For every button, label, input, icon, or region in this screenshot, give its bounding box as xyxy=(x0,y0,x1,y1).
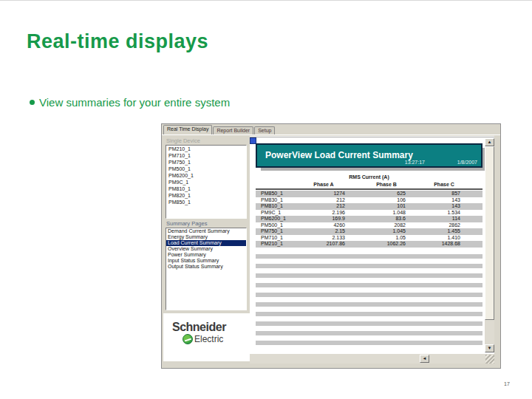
slide: Real-time displays View summaries for yo… xyxy=(0,0,532,399)
report-title: PowerView Load Current Summary xyxy=(265,150,413,160)
table-row: PM810_1 212 101 143 xyxy=(256,203,482,210)
table-row: PM830_1 212 106 143 xyxy=(256,197,482,204)
device-list-item[interactable]: PM500_1 xyxy=(166,166,246,172)
scroll-up-icon[interactable]: ▲ xyxy=(485,138,494,146)
empty-report-rows xyxy=(256,254,482,350)
column-header-phase-b: Phase B xyxy=(364,182,409,187)
column-header-phase-a: Phase A xyxy=(301,182,346,187)
cell-phase-c: 1.455 xyxy=(406,228,460,235)
cell-phase-b: 1.05 xyxy=(345,235,406,242)
cell-phase-b: 2082 xyxy=(345,222,406,229)
tab-report-builder[interactable]: Report Builder xyxy=(213,126,253,134)
load-current-table: PM850_1 1274 625 857 PM830_1 212 106 143… xyxy=(256,191,482,248)
cell-phase-b: 625 xyxy=(345,191,406,197)
cell-device: PM6200_1 xyxy=(256,216,301,222)
device-list-item[interactable]: PM210_1 xyxy=(166,146,246,152)
schneider-globe-icon xyxy=(183,334,193,344)
cell-phase-b: 101 xyxy=(345,203,406,210)
powerview-window: Real Time Display Report Builder Setup S… xyxy=(161,123,501,369)
schneider-logo: Schneider Electric xyxy=(163,313,250,361)
horizontal-scrollbar[interactable]: ◄ xyxy=(250,354,494,364)
cell-phase-c: 857 xyxy=(406,191,460,197)
column-header-phase-c: Phase C xyxy=(422,182,466,187)
cell-phase-b: 1.048 xyxy=(345,210,406,216)
cell-phase-a: 1274 xyxy=(301,191,345,197)
cell-phase-b: 1062.26 xyxy=(345,241,406,248)
tab-real-time-display[interactable]: Real Time Display xyxy=(163,125,212,134)
logo-brand-text: Schneider xyxy=(172,321,226,334)
table-row: PM210_1 2107.86 1062.26 1428.68 xyxy=(256,241,482,248)
cell-phase-c: 1.534 xyxy=(406,210,460,216)
table-row: PM500_1 4260 2082 2862 xyxy=(256,222,482,229)
summary-page-item-selected[interactable]: Load Current Summary xyxy=(166,240,246,246)
pane-divider xyxy=(250,137,494,137)
cell-phase-c: 143 xyxy=(406,197,460,204)
device-list-item[interactable]: PM750_1 xyxy=(166,159,246,166)
table-row: PM850_1 1274 625 857 xyxy=(256,191,482,197)
resize-grip[interactable] xyxy=(485,355,494,364)
device-list-item[interactable]: PM6200_1 xyxy=(166,172,246,179)
vertical-scrollbar[interactable]: ▲ ▼ xyxy=(485,138,494,352)
cell-phase-a: 2.196 xyxy=(301,210,345,216)
cell-phase-a: 2.15 xyxy=(301,228,345,235)
table-row: PM750_1 2.15 1.045 1.455 xyxy=(256,228,482,235)
summary-pages-listbox: Demand Current Summary Energy Summary Lo… xyxy=(166,228,247,310)
cell-phase-c: 114 xyxy=(406,216,460,222)
device-list-item[interactable]: PM710_1 xyxy=(166,152,246,159)
summary-page-item[interactable]: Input Status Summary xyxy=(166,258,246,264)
table-row: PM9C_1 2.196 1.048 1.534 xyxy=(256,210,482,216)
single-device-label: Single Device xyxy=(166,137,200,144)
tab-setup[interactable]: Setup xyxy=(254,126,275,134)
table-row: PM6200_1 169.9 83.6 114 xyxy=(256,216,482,222)
single-device-listbox: PM210_1 PM710_1 PM750_1 PM500_1 PM6200_1… xyxy=(166,145,247,219)
report-date: 1/8/2007 xyxy=(457,160,477,165)
cell-device: PM850_1 xyxy=(256,191,301,197)
cell-phase-a: 2.133 xyxy=(301,235,345,242)
cell-phase-c: 2862 xyxy=(406,222,460,229)
cell-phase-a: 169.9 xyxy=(301,216,345,222)
cell-phase-b: 106 xyxy=(345,197,406,204)
device-list-item[interactable]: PM810_1 xyxy=(166,185,246,192)
window-body: Single Device PM210_1 PM710_1 PM750_1 PM… xyxy=(162,134,500,368)
bullet-item: View summaries for your entire system xyxy=(30,96,230,109)
report-time: 13:27:17 xyxy=(405,160,425,165)
cell-phase-b: 83.6 xyxy=(345,216,406,222)
vertical-scroll-thumb[interactable] xyxy=(485,146,494,320)
summary-page-item[interactable]: Power Summary xyxy=(166,252,246,258)
cell-phase-a: 4260 xyxy=(301,222,345,229)
cell-phase-a: 2107.86 xyxy=(301,241,345,248)
summary-pages-label: Summary Pages xyxy=(166,220,207,227)
bullet-text: View summaries for your entire system xyxy=(39,96,230,109)
scroll-left-icon[interactable]: ◄ xyxy=(420,355,429,363)
summary-page-item[interactable]: Demand Current Summary xyxy=(166,228,246,234)
cell-phase-c: 1.410 xyxy=(406,235,460,242)
logo-electric-text: Electric xyxy=(194,334,223,344)
scroll-down-icon[interactable]: ▼ xyxy=(485,344,494,352)
report-pane: PowerView Load Current Summary 13:27:17 … xyxy=(250,136,494,363)
cell-device: PM710_1 xyxy=(256,235,301,242)
cell-device: PM9C_1 xyxy=(256,210,301,216)
cell-device: PM830_1 xyxy=(256,197,301,204)
device-list-item[interactable]: PM820_1 xyxy=(166,192,246,199)
cell-phase-a: 212 xyxy=(301,203,345,210)
unit-header: RMS Current (A) xyxy=(256,174,482,180)
tab-bar: Real Time Display Report Builder Setup xyxy=(163,125,276,134)
cell-phase-c: 143 xyxy=(406,203,460,210)
cell-device: PM750_1 xyxy=(256,228,301,235)
device-list-item[interactable]: PM850_1 xyxy=(166,199,246,205)
cell-device: PM810_1 xyxy=(256,203,301,210)
page-title: Real-time displays xyxy=(27,30,208,53)
summary-page-item[interactable]: Overview Summary xyxy=(166,246,246,252)
summary-page-item[interactable]: Energy Summary xyxy=(166,234,246,240)
bullet-icon xyxy=(30,100,35,105)
cell-phase-c: 1428.68 xyxy=(406,241,460,248)
summary-page-item[interactable]: Output Status Summary xyxy=(166,264,246,270)
cell-device: PM500_1 xyxy=(256,222,301,229)
device-list-item[interactable]: PM9C_1 xyxy=(166,179,246,185)
cell-phase-a: 212 xyxy=(301,197,345,204)
cell-phase-b: 1.045 xyxy=(345,228,406,235)
table-row: PM710_1 2.133 1.05 1.410 xyxy=(256,235,482,242)
cell-device: PM210_1 xyxy=(256,241,301,248)
report-banner: PowerView Load Current Summary 13:27:17 … xyxy=(256,143,482,168)
header-rule xyxy=(256,188,482,190)
